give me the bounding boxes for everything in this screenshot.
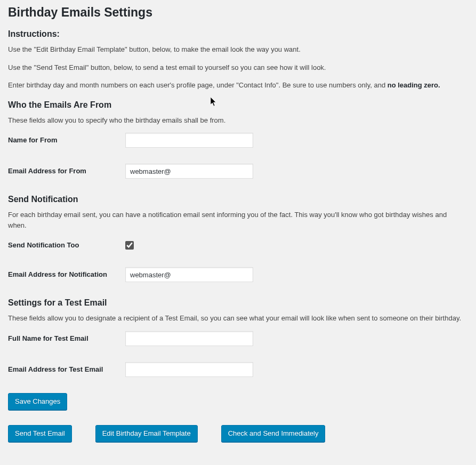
test-heading: Settings for a Test Email (8, 298, 465, 308)
notify-toggle-checkbox[interactable] (125, 241, 134, 250)
instructions-p2: Use the "Send Test Email" button, below,… (8, 62, 465, 73)
instructions-heading: Instructions: (8, 29, 465, 39)
notify-desc: For each birthday email sent, you can ha… (8, 210, 465, 230)
notify-toggle-label: Send Notification Too (8, 238, 125, 249)
test-email-label: Email Address for Test Email (8, 362, 125, 373)
test-name-label: Full Name for Test Email (8, 331, 125, 342)
from-email-input[interactable] (125, 164, 253, 179)
instructions-p3-text: Enter birthday day and month numbers on … (8, 81, 388, 89)
notify-email-label: Email Address for Notification (8, 267, 125, 278)
from-name-label: Name for From (8, 133, 125, 144)
save-button[interactable]: Save Changes (8, 393, 67, 410)
instructions-p3-bold: no leading zero. (388, 81, 440, 89)
check-send-button[interactable]: Check and Send Immediately (221, 425, 326, 442)
test-desc: These fields allow you to designate a re… (8, 313, 465, 324)
edit-template-button[interactable]: Edit Birthday Email Template (95, 425, 198, 442)
notify-heading: Send Notification (8, 195, 465, 204)
test-name-input[interactable] (125, 331, 253, 346)
from-name-input[interactable] (125, 133, 253, 148)
from-desc: These fields allow you to specify who th… (8, 115, 465, 126)
from-heading: Who the Emails Are From (8, 100, 465, 110)
send-test-button[interactable]: Send Test Email (8, 425, 72, 442)
test-email-input[interactable] (125, 362, 253, 377)
instructions-p3: Enter birthday day and month numbers on … (8, 80, 465, 91)
notify-email-input[interactable] (125, 267, 253, 282)
page-title: Birthday Emails Settings (8, 5, 465, 20)
instructions-p1: Use the "Edit Birthday Email Template" b… (8, 44, 465, 55)
from-email-label: Email Address for From (8, 164, 125, 175)
